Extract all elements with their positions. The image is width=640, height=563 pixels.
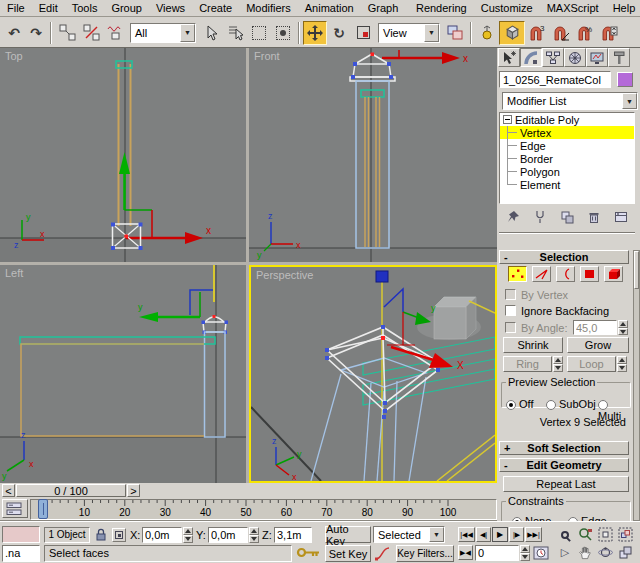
loop-spinner[interactable] (617, 356, 627, 372)
redo-icon[interactable]: ↷ (25, 21, 47, 45)
window-crossing-toggle[interactable] (271, 21, 295, 45)
viewport-front-label[interactable]: Front (254, 50, 280, 62)
by-angle-spinner[interactable] (618, 320, 628, 335)
tab-create[interactable] (498, 48, 520, 67)
show-end-result-button[interactable] (529, 209, 551, 225)
edit-geometry-rollout-header[interactable]: - Edit Geometry (499, 458, 629, 472)
selection-lock-toggle[interactable] (94, 527, 108, 544)
viewport-top[interactable]: Top x y x z (0, 48, 246, 262)
absolute-mode-toggle[interactable] (112, 528, 126, 542)
subobject-border-button[interactable] (556, 266, 575, 282)
go-to-start-button[interactable]: |◀◀ (458, 527, 475, 542)
time-slider-handle[interactable] (38, 499, 48, 519)
select-and-rotate-button[interactable]: ↻ (327, 21, 351, 45)
tab-hierarchy[interactable] (542, 48, 564, 67)
by-vertex-checkbox[interactable] (505, 289, 516, 300)
y-coordinate-field[interactable] (208, 527, 248, 543)
zoom-extents-all-button[interactable] (616, 526, 634, 543)
subobject-edge-button[interactable] (532, 266, 551, 282)
tab-motion[interactable] (564, 48, 586, 67)
spinner-snap-toggle[interactable] (597, 21, 621, 45)
play-button[interactable]: ▶ (492, 527, 508, 542)
mini-listener-field[interactable]: .na (2, 545, 40, 562)
set-keys-key[interactable] (296, 546, 322, 561)
menu-item[interactable]: Help (606, 0, 640, 17)
selection-filter-dropdown[interactable]: All ▼ (130, 23, 196, 43)
ring-spinner[interactable] (553, 356, 563, 372)
viewport-top-label[interactable]: Top (5, 50, 23, 62)
menu-item[interactable]: Create (192, 0, 239, 17)
menu-item[interactable]: Animation (298, 0, 361, 17)
ignore-backfacing-checkbox[interactable] (505, 305, 516, 316)
pan-button[interactable] (576, 544, 594, 561)
viewport-front[interactable]: Front x (249, 48, 497, 262)
set-key-button[interactable]: Set Key (325, 545, 371, 562)
time-step-back-button[interactable]: < (2, 484, 15, 497)
soft-selection-rollout-header[interactable]: + Soft Selection (499, 441, 629, 455)
viewport-left-label[interactable]: Left (5, 267, 23, 279)
auto-key-button[interactable]: Auto Key (325, 526, 371, 543)
grow-button[interactable]: Grow (567, 337, 629, 353)
configure-modifier-sets-button[interactable] (610, 209, 632, 225)
reference-coordsys-dropdown[interactable]: View ▼ (378, 23, 440, 43)
shrink-button[interactable]: Shrink (503, 337, 563, 353)
stack-item-polygon[interactable]: Polygon (500, 165, 634, 178)
command-panel-scrollbar[interactable] (633, 250, 640, 521)
menu-item[interactable]: Edit (32, 0, 65, 17)
default-tangents-button[interactable] (374, 546, 392, 563)
subobject-element-button[interactable] (604, 266, 623, 282)
stack-item-editable-poly[interactable]: Editable Poly (500, 113, 634, 126)
unlink-selection-icon[interactable] (79, 21, 103, 45)
select-and-link-icon[interactable] (55, 21, 79, 45)
y-spinner[interactable] (249, 527, 259, 543)
snap-3d-toggle[interactable]: 3 (525, 21, 549, 45)
preview-subobj-radio[interactable]: SubObj (546, 398, 596, 410)
tab-display[interactable] (586, 48, 608, 67)
loop-button[interactable]: Loop (567, 356, 616, 372)
x-coordinate-field[interactable] (142, 527, 182, 543)
select-object-button[interactable] (199, 21, 223, 45)
bind-to-space-warp-icon[interactable] (103, 21, 127, 45)
menu-item[interactable]: Tools (65, 0, 105, 17)
go-to-end-button[interactable]: ▶▶| (525, 527, 542, 542)
scrollbar-thumb[interactable] (634, 251, 639, 289)
select-and-scale-button[interactable] (351, 21, 375, 45)
angle-snap-toggle[interactable] (549, 21, 573, 45)
undo-icon[interactable]: ↶ (3, 21, 25, 45)
key-filters-button[interactable]: Key Filters... (396, 545, 454, 562)
next-frame-button[interactable]: |▶ (509, 527, 524, 542)
make-unique-button[interactable] (556, 209, 578, 225)
stack-item-element[interactable]: Element (500, 178, 634, 191)
time-configuration-button[interactable] (533, 545, 549, 563)
menu-item[interactable]: Modifiers (239, 0, 298, 17)
zoom-button[interactable] (556, 526, 574, 543)
by-angle-checkbox[interactable] (505, 322, 516, 333)
pin-stack-button[interactable] (502, 209, 524, 225)
viewport-perspective-label[interactable]: Perspective (256, 269, 313, 281)
subobject-vertex-button[interactable] (508, 266, 527, 282)
tab-modify[interactable] (520, 48, 542, 67)
object-color-swatch[interactable] (617, 72, 633, 87)
key-mode-toggle-button[interactable]: ▶◀ (458, 545, 473, 560)
select-and-manipulate-button[interactable] (475, 21, 499, 45)
ring-button[interactable]: Ring (503, 356, 552, 372)
frame-spinner[interactable] (520, 545, 530, 561)
modifier-list-dropdown[interactable]: Modifier List ▼ (502, 92, 638, 110)
zoom-all-button[interactable] (576, 526, 594, 543)
collapse-icon[interactable] (503, 115, 512, 124)
select-by-name-button[interactable] (223, 21, 247, 45)
snaps-toggle-button[interactable] (499, 21, 525, 45)
menu-item[interactable]: Graph Editors (361, 0, 409, 17)
frame-readout[interactable]: 0 / 100 (16, 484, 126, 497)
viewport-perspective[interactable]: Perspective (249, 265, 497, 483)
arc-rotate-button[interactable] (596, 544, 614, 561)
use-pivot-point-center-button[interactable] (443, 21, 467, 45)
zoom-extents-button[interactable] (596, 526, 614, 543)
menu-item[interactable]: Views (149, 0, 192, 17)
stack-item-border[interactable]: Border (500, 152, 634, 165)
remove-modifier-button[interactable] (583, 209, 605, 225)
menu-item[interactable]: File (0, 0, 32, 17)
stack-item-edge[interactable]: Edge (500, 139, 634, 152)
by-angle-field[interactable] (573, 320, 617, 335)
x-spinner[interactable] (183, 527, 193, 543)
